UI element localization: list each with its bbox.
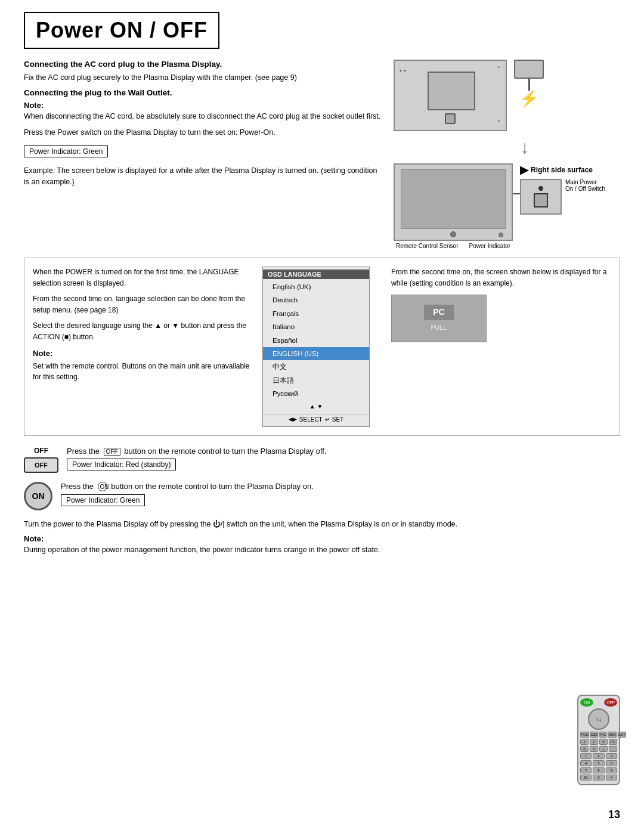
osd-item-0: English (UK) [263, 280, 369, 293]
remote-num-8: 8 [593, 767, 604, 773]
osd-title: OSD LANGUAGE [263, 270, 369, 279]
full-label: FULL [431, 323, 447, 333]
remote-ch-row: A V + - [580, 746, 617, 752]
remote-num-0: 0 [593, 775, 604, 781]
right-side-surface-label: Right side surface [531, 166, 595, 174]
off-on-wrapper: OFF OFF Press the OFF button on the remo… [24, 447, 620, 556]
note-label-2: Note: [24, 534, 620, 543]
main-power-label: Main Power [565, 179, 605, 185]
indicator-green-1: Power Indicator: Green [24, 145, 108, 157]
remote-dpad: ↑↓ [588, 708, 609, 730]
remote-num-5: 5 [593, 760, 604, 766]
remote-btn-2: SZE [590, 732, 599, 738]
display-screen [401, 169, 506, 229]
osd-item-8: Русский [263, 387, 369, 400]
remote-num-7: 7 [580, 767, 592, 773]
off-inline-label: OFF [104, 448, 120, 456]
lower-left: When the POWER is turned on for the firs… [33, 267, 253, 427]
display-body [394, 163, 513, 241]
osd-item-9: ▲ ▼ [263, 401, 369, 413]
remote-input-row: 1 2 3 PC [580, 739, 617, 745]
remote-body: ON OFF ↑↓ POS SZE PIC SND SET 1 2 3 PC A… [577, 695, 620, 785]
off-description: Press the OFF button on the remote contr… [67, 447, 620, 456]
osd-select-label: SELECT [299, 416, 323, 423]
lower-text-3: Select the desired language using the ▲ … [33, 320, 253, 342]
page-title: Power ON / OFF [36, 18, 208, 43]
remote-num-row-4: ID 0 -/- [580, 775, 617, 781]
off-btn-image: OFF [24, 457, 58, 473]
remote-inp-2: 2 [590, 739, 598, 745]
cable-head [514, 60, 544, 79]
power-led-dot [538, 186, 543, 191]
pc-label: PC [424, 305, 453, 320]
remote-inp-3: 3 [599, 739, 608, 745]
remote-num-1: 1 [580, 753, 592, 759]
remote-control-image: ON OFF ↑↓ POS SZE PIC SND SET 1 2 3 PC A… [577, 695, 620, 785]
remote-on-btn: ON [580, 698, 593, 707]
on-btn-image: ON [24, 482, 52, 510]
on-inline-label: ON [98, 482, 107, 491]
remote-num-6: 6 [606, 760, 617, 766]
osd-item-6: 中文 [263, 360, 369, 373]
side-panel-box [520, 179, 562, 215]
lower-right-text1: From the second time on, the screen show… [391, 267, 611, 289]
remote-num-9: 9 [606, 767, 617, 773]
side-labels: Main Power On / Off Switch [565, 179, 605, 192]
remote-inp-pc: PC [609, 739, 617, 745]
page-number: 13 [608, 809, 620, 821]
remote-inp-1: 1 [580, 739, 589, 745]
section2-heading: Connecting the plug to the Wall Outlet. [24, 88, 382, 97]
remote-feature-row: POS SZE PIC SND SET [580, 732, 617, 738]
osd-arrow-icon: ↵ [325, 416, 330, 423]
lower-right: From the second time on, the screen show… [391, 267, 611, 427]
remote-ch-v: V [590, 746, 598, 752]
off-row-text: Press the OFF button on the remote contr… [67, 447, 620, 473]
osd-select-bar: ◀▶ SELECT ↵ SET [263, 414, 369, 424]
press-text: Press the Power switch on the Plasma Dis… [24, 127, 382, 138]
remote-num-4: 4 [580, 760, 592, 766]
right-side-arrow: ▶ Right side surface [520, 163, 605, 176]
off-text-label: OFF [34, 447, 48, 455]
section1-body: Fix the AC cord plug securely to the Pla… [24, 72, 382, 83]
on-description: Press the ON button on the remote contro… [61, 482, 620, 492]
power-off-text: Turn the power to the Plasma Display off… [24, 519, 620, 530]
power-switch-square [534, 193, 548, 208]
osd-item-1: Deutsch [263, 293, 369, 306]
osd-item-5[interactable]: ENGLISH (US) [263, 347, 369, 360]
osd-item-7: 日本語 [263, 374, 369, 387]
off-button-label: OFF OFF [24, 447, 58, 473]
remote-btn-4: SND [608, 732, 617, 738]
plasma-port-area [428, 72, 475, 110]
remote-num-2: 2 [593, 753, 604, 759]
indicator-red: Power Indicator: Red (standby) [67, 459, 176, 470]
note-text-2: During operation of the power management… [24, 544, 620, 556]
remote-btn-1: POS [580, 732, 589, 738]
arrow-down-icon: ↓ [429, 137, 620, 157]
indicator-green-2: Power Indicator: Green [61, 494, 145, 506]
pc-display-box: PC FULL [391, 295, 487, 342]
remote-btn-5: SET [618, 732, 626, 738]
page-title-box: Power ON / OFF [24, 12, 219, 49]
lower-box: When the POWER is turned on for the firs… [24, 258, 620, 436]
remote-ch-minus: - [609, 746, 617, 752]
cable-plug-icon: ⚡ [519, 91, 538, 106]
left-column: Connecting the AC cord plug to the Plasm… [24, 60, 382, 249]
right-display-area: Remote Control Sensor Power Indicator ▶ … [394, 163, 620, 249]
osd-item-2: Français [263, 307, 369, 320]
right-side-surface-area: ▶ Right side surface Main Power On / Off… [520, 163, 605, 215]
display-annotations: Remote Control Sensor Power Indicator [394, 243, 513, 249]
osd-item-3: Italiano [263, 320, 369, 333]
cable-diagram: ⚡ [514, 60, 544, 106]
power-indicator-label: Power Indicator [469, 243, 510, 249]
main-layout: Connecting the AC cord plug to the Plasm… [24, 60, 620, 249]
plasma-back-view: • • • • [394, 60, 507, 131]
osd-set-label: SET [332, 416, 343, 423]
remote-dash: -/- [606, 775, 617, 781]
lower-text-2: From the second time on, language select… [33, 293, 253, 315]
lower-text-1: When the POWER is turned on for the firs… [33, 267, 253, 289]
remote-num-3: 3 [606, 753, 617, 759]
osd-item-4: Español [263, 334, 369, 347]
remote-id-set: ID [580, 775, 592, 781]
on-off-switch-label: On / Off Switch [565, 185, 605, 192]
osd-language-box: OSD LANGUAGE English (UK) Deutsch França… [262, 267, 370, 427]
